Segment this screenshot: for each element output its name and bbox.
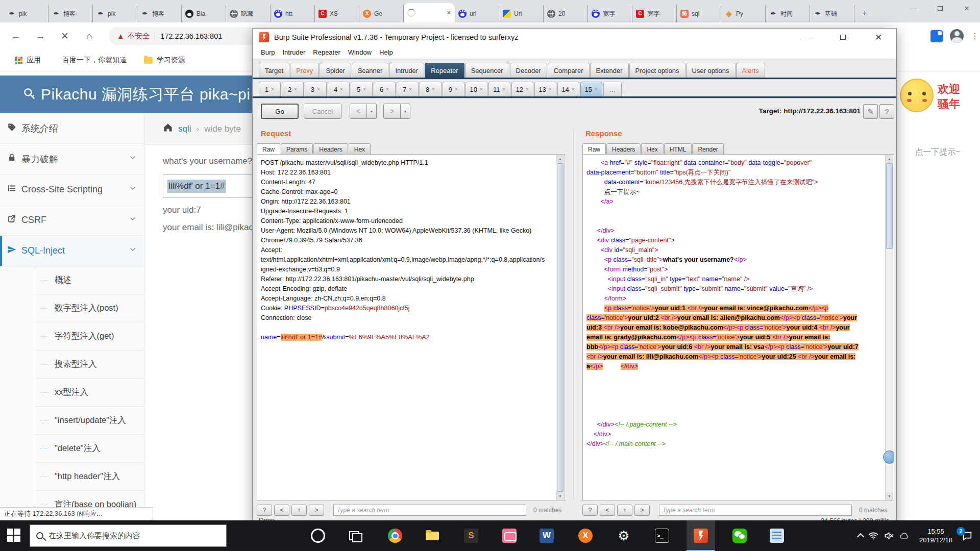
repeater-tab-3[interactable]: 3✕ — [305, 82, 327, 96]
tab-close-icon[interactable]: ✕ — [271, 87, 275, 92]
browser-tab[interactable]: 宽字 — [632, 5, 677, 22]
burp-tab-sequencer[interactable]: Sequencer — [465, 63, 509, 78]
forward-button[interactable]: → — [32, 28, 49, 45]
burp-tab-spider[interactable]: Spider — [320, 63, 351, 78]
submenu-item[interactable]: "delete"注入 — [35, 435, 144, 463]
home-icon[interactable] — [163, 122, 173, 135]
menu-repeater[interactable]: Repeater — [313, 48, 340, 56]
home-button[interactable]: ⌂ — [81, 28, 98, 45]
browser-tab[interactable]: 基础 — [810, 5, 854, 22]
tab-close-icon[interactable]: ✕ — [293, 87, 298, 92]
tray-expand-icon[interactable] — [857, 533, 864, 540]
browser-tab[interactable]: Py — [721, 5, 766, 22]
burp-title-bar[interactable]: Burp Suite Professional v1.7.36 - Tempor… — [253, 29, 896, 46]
tab-close-icon[interactable]: ✕ — [385, 87, 389, 92]
notification-center-icon[interactable]: 2 — [962, 530, 973, 541]
response-search-add-button[interactable]: + — [617, 505, 632, 516]
tab-close-icon[interactable]: ✕ — [454, 87, 458, 92]
taskbar-app-gear[interactable]: ⚙ — [609, 520, 638, 551]
repeater-tab-11[interactable]: 11✕ — [488, 82, 510, 96]
tab-close-icon[interactable]: ✕ — [594, 87, 598, 92]
burp-tab-user-options[interactable]: User options — [686, 63, 736, 78]
burp-tab-intruder[interactable]: Intruder — [389, 63, 424, 78]
taskbar-app-word[interactable]: W — [532, 520, 561, 551]
burp-close-button[interactable]: ✕ — [867, 31, 890, 44]
request-search-help-button[interactable]: ? — [257, 505, 272, 516]
request-search-input[interactable]: Type a search term — [333, 505, 526, 516]
network-icon[interactable] — [868, 531, 878, 541]
start-button[interactable] — [7, 529, 20, 542]
repeater-tab-12[interactable]: 12✕ — [511, 82, 533, 96]
taskbar-app-chrome[interactable] — [381, 520, 409, 551]
taskbar-app-burp[interactable] — [687, 520, 715, 551]
repeater-tab-8[interactable]: 8✕ — [420, 82, 442, 96]
back-button[interactable]: ← — [7, 28, 24, 45]
request-tab-headers[interactable]: Headers — [313, 143, 348, 155]
menu-burp[interactable]: Burp — [261, 48, 275, 56]
sidebar-item-cross-site-scripting[interactable]: Cross-Site Scripting — [0, 174, 144, 205]
tab-close-icon[interactable]: ✕ — [548, 87, 552, 92]
browser-tab[interactable]: Bla — [182, 5, 226, 22]
burp-tab-alerts[interactable]: Alerts — [736, 63, 765, 78]
request-search-prev-button[interactable]: < — [274, 505, 289, 516]
response-tab-raw[interactable]: Raw — [582, 143, 606, 155]
browser-menu-icon[interactable]: ⋮ — [971, 35, 974, 37]
browser-tab[interactable]: XS — [315, 5, 359, 22]
scroll-indicator-dot[interactable] — [883, 450, 894, 464]
bookmark-item[interactable]: 应用 — [15, 56, 41, 65]
burp-tab-target[interactable]: Target — [259, 63, 289, 78]
browser-tab[interactable]: 博客 — [137, 5, 182, 22]
bookmark-item[interactable]: 百度一下，你就知道 — [58, 56, 127, 65]
burp-tab-decoder[interactable]: Decoder — [510, 63, 547, 78]
browser-minimize-button[interactable]: — — [900, 0, 927, 16]
taskbar-app-cmd[interactable]: >_ — [648, 520, 676, 551]
browser-tab[interactable]: Url — [499, 5, 544, 22]
taskbar-app-folder[interactable] — [418, 520, 447, 551]
submenu-item[interactable]: 数字型注入(post) — [35, 294, 144, 322]
response-tab-headers[interactable]: Headers — [606, 143, 641, 155]
submenu-item[interactable]: 搜索型注入 — [35, 350, 144, 379]
request-editor[interactable]: POST /pikachu-master/vul/sqli/sqli_wideb… — [257, 154, 565, 501]
tab-close-icon[interactable]: ✕ — [479, 87, 483, 92]
browser-tab[interactable]: pik — [4, 5, 48, 22]
tab-close-icon[interactable]: ✕ — [525, 87, 529, 92]
browser-tab-active[interactable]: ✕ — [404, 3, 455, 22]
request-tab-raw[interactable]: Raw — [257, 143, 280, 155]
browser-tab[interactable]: 20 — [544, 5, 588, 22]
response-search-input[interactable]: Type a search term — [659, 505, 852, 516]
extension-icon[interactable] — [930, 30, 943, 42]
burp-tab-project-options[interactable]: Project options — [629, 63, 685, 78]
browser-close-button[interactable]: ✕ — [953, 0, 980, 16]
submenu-item[interactable]: 字符型注入(get) — [35, 322, 144, 350]
response-search-next-button[interactable]: > — [634, 505, 650, 516]
request-tab-params[interactable]: Params — [281, 143, 313, 155]
menu-window[interactable]: Window — [348, 48, 372, 56]
repeater-tab-13[interactable]: 13✕ — [534, 82, 556, 96]
breadcrumb-section[interactable]: sqli — [178, 124, 191, 134]
tab-close-icon[interactable]: ✕ — [571, 87, 575, 92]
menu-intruder[interactable]: Intruder — [282, 48, 305, 56]
burp-tab-scanner[interactable]: Scanner — [352, 63, 388, 78]
browser-tab[interactable]: 宽字 — [588, 5, 632, 22]
browser-tab[interactable]: pik — [93, 5, 137, 22]
history-forward-dropdown[interactable]: ▼ — [401, 104, 410, 119]
burp-maximize-button[interactable] — [831, 31, 854, 44]
sidebar-item--[interactable]: 系统介绍 — [0, 113, 144, 144]
response-tab-render[interactable]: Render — [692, 143, 723, 155]
browser-tab[interactable]: url — [455, 5, 499, 22]
repeater-tab-1[interactable]: 1✕ — [259, 82, 281, 96]
repeater-tab-more[interactable]: ... — [603, 82, 622, 96]
browser-tab[interactable]: 博客 — [48, 5, 93, 22]
go-button[interactable]: Go — [261, 104, 299, 119]
menu-help[interactable]: Help — [379, 48, 393, 56]
history-forward-button[interactable]: > ▼ — [383, 104, 410, 119]
request-search-add-button[interactable]: + — [291, 505, 307, 516]
history-back-dropdown[interactable]: ▼ — [367, 104, 377, 119]
submenu-item[interactable]: 概述 — [35, 266, 144, 294]
request-search-next-button[interactable]: > — [309, 505, 324, 516]
browser-maximize-button[interactable] — [927, 0, 953, 16]
history-back-button[interactable]: < ▼ — [350, 104, 377, 119]
submenu-item[interactable]: xx型注入 — [35, 379, 144, 407]
profile-avatar[interactable] — [950, 29, 964, 43]
volume-muted-icon[interactable] — [884, 531, 894, 541]
